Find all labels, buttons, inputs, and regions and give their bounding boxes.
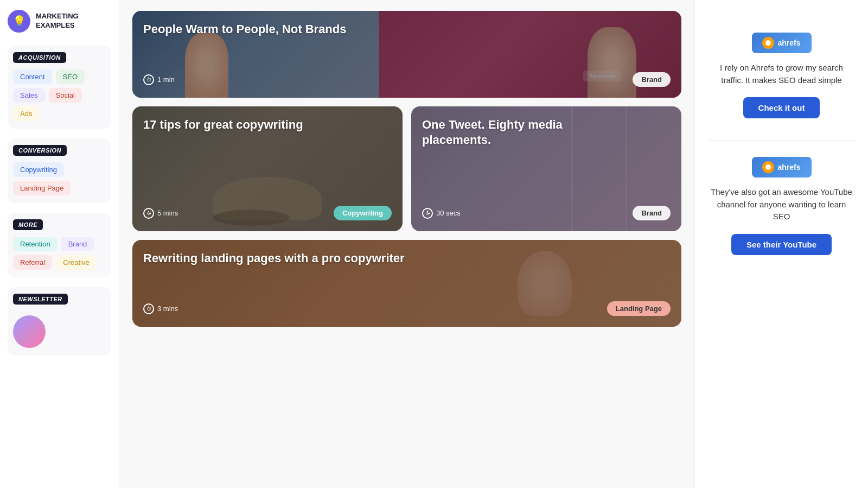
- tag-ads[interactable]: Ads: [13, 106, 39, 121]
- ad-description-1: I rely on Ahrefs to grow my search traff…: [708, 62, 855, 86]
- card-title-landing: Rewriting landing pages with a pro copyw…: [143, 251, 565, 266]
- sidebar-section-more: MORE Retention Brand Referral Creative: [8, 213, 111, 277]
- card-footer-landing: ⏱ 3 mins Landing Page: [143, 301, 671, 316]
- ahrefs-text-2: ahrefs: [777, 163, 800, 172]
- tag-brand[interactable]: Brand: [61, 237, 94, 251]
- sidebar-section-conversion: CONVERSION Copywriting Landing Page: [8, 138, 111, 203]
- card-time-landing: ⏱ 3 mins: [143, 303, 178, 314]
- card-content-landing: Rewriting landing pages with a pro copyw…: [132, 240, 681, 327]
- clock-icon-hero: ⏱: [143, 74, 154, 85]
- card-people-warm[interactable]: TeamViewer People Warm to People, Not Br…: [132, 11, 681, 98]
- cards-grid: TeamViewer People Warm to People, Not Br…: [132, 11, 681, 327]
- more-tags: Retention Brand Referral Creative: [13, 237, 106, 270]
- card-title-hero: People Warm to People, Not Brands: [143, 22, 565, 37]
- ad-block-2: ahrefs They've also got an awesome YouTu…: [708, 141, 855, 277]
- newsletter-avatar: [13, 315, 46, 348]
- card-time-hero: ⏱ 1 min: [143, 74, 175, 85]
- clock-icon-tweet: ⏱: [422, 208, 433, 219]
- conversion-tags: Copywriting Landing Page: [13, 162, 106, 195]
- card-footer-hero: ⏱ 1 min Brand: [143, 72, 671, 87]
- card-tag-landing[interactable]: Landing Page: [607, 301, 671, 316]
- card-row-2: 17 tips for great copywriting ⏱ 5 mins C…: [132, 106, 681, 231]
- section-label-newsletter: NEWSLETTER: [13, 294, 68, 305]
- card-tag-hero[interactable]: Brand: [633, 72, 671, 87]
- card-tag-tweet[interactable]: Brand: [633, 206, 671, 220]
- card-time-tweet: ⏱ 30 secs: [422, 208, 461, 219]
- ad-block-1: ahrefs I rely on Ahrefs to grow my searc…: [708, 16, 855, 141]
- logo-icon: 💡: [8, 10, 30, 33]
- tag-creative[interactable]: Creative: [56, 255, 96, 270]
- logo: 💡 MARKETINGEXAMPLES: [8, 10, 111, 33]
- tag-sales[interactable]: Sales: [13, 88, 45, 103]
- ahrefs-dot-1: [762, 37, 774, 49]
- card-time-copywriting: ⏱ 5 mins: [143, 208, 178, 219]
- card-one-tweet[interactable]: One Tweet. Eighty media placements. ⏱ 30…: [411, 106, 681, 231]
- section-label-conversion: CONVERSION: [13, 145, 67, 156]
- clock-icon-copywriting: ⏱: [143, 208, 154, 219]
- card-copywriting-tips[interactable]: 17 tips for great copywriting ⏱ 5 mins C…: [132, 106, 403, 231]
- tag-social[interactable]: Social: [49, 88, 82, 103]
- main-content: TeamViewer People Warm to People, Not Br…: [119, 0, 694, 488]
- tag-retention[interactable]: Retention: [13, 237, 58, 251]
- card-content-copywriting: 17 tips for great copywriting ⏱ 5 mins C…: [132, 106, 403, 231]
- card-title-copywriting: 17 tips for great copywriting: [143, 117, 342, 132]
- sidebar: 💡 MARKETINGEXAMPLES ACQUISITION Content …: [0, 0, 119, 488]
- tag-referral[interactable]: Referral: [13, 255, 52, 270]
- card-rewriting-landing[interactable]: Rewriting landing pages with a pro copyw…: [132, 240, 681, 327]
- ahrefs-logo-2: ahrefs: [752, 157, 812, 178]
- see-youtube-button[interactable]: See their YouTube: [731, 234, 832, 255]
- card-title-tweet: One Tweet. Eighty media placements.: [422, 117, 621, 147]
- sidebar-section-acquisition: ACQUISITION Content SEO Sales Social Ads: [8, 46, 111, 129]
- section-label-more: MORE: [13, 219, 43, 230]
- section-label-acquisition: ACQUISITION: [13, 52, 66, 63]
- tag-copywriting[interactable]: Copywriting: [13, 162, 64, 177]
- logo-text: MARKETINGEXAMPLES: [36, 12, 79, 30]
- tag-seo[interactable]: SEO: [56, 69, 85, 84]
- ahrefs-dot-2: [762, 161, 774, 173]
- card-footer-copywriting: ⏱ 5 mins Copywriting: [143, 206, 392, 220]
- ahrefs-logo-1: ahrefs: [752, 33, 812, 53]
- card-content-hero: People Warm to People, Not Brands ⏱ 1 mi…: [132, 11, 681, 98]
- card-content-tweet: One Tweet. Eighty media placements. ⏱ 30…: [411, 106, 681, 231]
- card-tag-copywriting[interactable]: Copywriting: [334, 206, 392, 220]
- right-panel: ahrefs I rely on Ahrefs to grow my searc…: [694, 0, 868, 488]
- tag-landing-page[interactable]: Landing Page: [13, 181, 71, 195]
- card-footer-tweet: ⏱ 30 secs Brand: [422, 206, 671, 220]
- ahrefs-text-1: ahrefs: [777, 39, 800, 47]
- sidebar-section-newsletter: NEWSLETTER: [8, 287, 111, 356]
- check-it-out-button[interactable]: Check it out: [743, 97, 820, 118]
- clock-icon-landing: ⏱: [143, 303, 154, 314]
- tag-content[interactable]: Content: [13, 69, 52, 84]
- ad-description-2: They've also got an awesome YouTube chan…: [708, 186, 855, 223]
- acquisition-tags: Content SEO Sales Social Ads: [13, 69, 106, 121]
